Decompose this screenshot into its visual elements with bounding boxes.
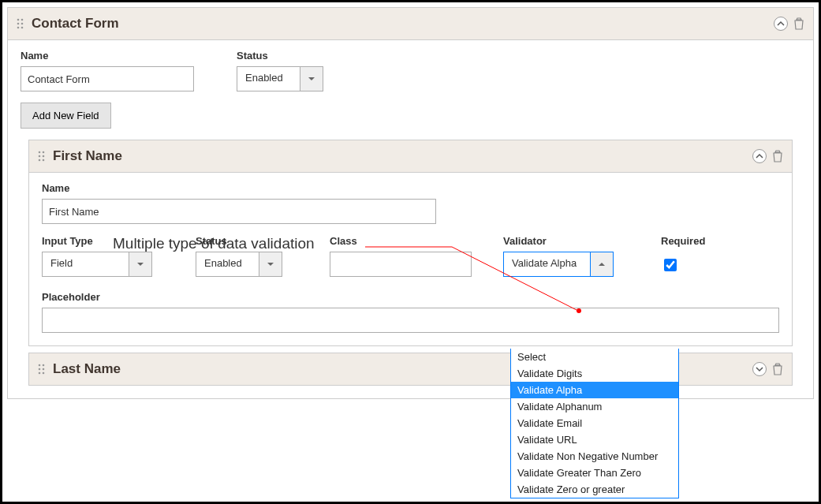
svg-point-1 bbox=[21, 19, 24, 21]
status-select[interactable]: Enabled bbox=[237, 66, 347, 91]
input-type-select[interactable]: Field bbox=[42, 252, 164, 277]
field-name-input[interactable] bbox=[42, 199, 436, 224]
panel-title: Contact Form bbox=[32, 16, 774, 32]
required-label: Required bbox=[661, 235, 724, 247]
validator-option[interactable]: Validate Email bbox=[511, 415, 678, 431]
validator-option[interactable]: Validate Alpha bbox=[511, 382, 678, 398]
validator-option[interactable]: Validate Greater Than Zero bbox=[511, 465, 678, 481]
svg-point-6 bbox=[39, 151, 41, 154]
class-label: Class bbox=[330, 235, 472, 247]
panel-header: First Name bbox=[29, 140, 792, 173]
chevron-down-icon[interactable] bbox=[259, 252, 282, 277]
panel-contact-form: Contact Form Name Status Enabl bbox=[7, 7, 814, 399]
validator-option[interactable]: Select bbox=[511, 349, 678, 365]
svg-point-5 bbox=[21, 27, 24, 29]
trash-icon[interactable] bbox=[771, 149, 784, 163]
svg-point-17 bbox=[43, 372, 45, 375]
svg-point-4 bbox=[17, 27, 20, 29]
chevron-up-icon[interactable] bbox=[590, 252, 614, 277]
validator-select[interactable]: Validate Alpha bbox=[503, 252, 629, 277]
status-label: Status bbox=[196, 235, 298, 247]
panel-body: Name Input Type Field bbox=[29, 173, 792, 345]
svg-point-8 bbox=[39, 155, 41, 158]
validator-option[interactable]: Validate Alphanum bbox=[511, 398, 678, 415]
expand-icon[interactable] bbox=[752, 362, 767, 376]
placeholder-input[interactable] bbox=[42, 308, 779, 333]
panel-title: First Name bbox=[53, 148, 752, 164]
chevron-down-icon[interactable] bbox=[129, 252, 152, 277]
panel-first-name: First Name Name bbox=[28, 140, 793, 346]
trash-icon[interactable] bbox=[793, 17, 805, 31]
svg-point-14 bbox=[39, 368, 41, 371]
status-value: Enabled bbox=[237, 66, 300, 91]
add-new-field-button[interactable]: Add New Field bbox=[21, 103, 111, 129]
svg-point-3 bbox=[21, 23, 24, 25]
validator-option[interactable]: Validate Non Negative Number bbox=[511, 448, 678, 465]
svg-point-11 bbox=[43, 159, 45, 162]
input-type-value: Field bbox=[42, 252, 129, 277]
validator-option[interactable]: Validate Zero or greater bbox=[511, 481, 678, 498]
name-input[interactable] bbox=[21, 66, 194, 91]
drag-handle-icon[interactable] bbox=[37, 151, 47, 162]
name-label: Name bbox=[21, 50, 194, 62]
name-label: Name bbox=[42, 182, 436, 194]
status-value: Enabled bbox=[196, 252, 259, 277]
field-status-select[interactable]: Enabled bbox=[196, 252, 298, 277]
trash-icon[interactable] bbox=[771, 362, 784, 376]
svg-point-16 bbox=[39, 372, 41, 375]
drag-handle-icon[interactable] bbox=[37, 364, 47, 375]
collapse-icon[interactable] bbox=[774, 17, 788, 31]
drag-handle-icon[interactable] bbox=[16, 18, 25, 29]
status-label: Status bbox=[237, 50, 347, 62]
validator-label: Validator bbox=[503, 235, 629, 247]
svg-point-0 bbox=[17, 19, 20, 21]
collapse-icon[interactable] bbox=[752, 149, 767, 163]
annotation-dot-icon bbox=[577, 308, 581, 313]
input-type-label: Input Type bbox=[42, 235, 164, 247]
class-input[interactable] bbox=[330, 252, 472, 277]
svg-point-13 bbox=[43, 364, 45, 367]
validator-value: Validate Alpha bbox=[503, 252, 590, 277]
svg-point-2 bbox=[17, 23, 20, 25]
validator-dropdown[interactable]: SelectValidate DigitsValidate AlphaValid… bbox=[510, 349, 679, 498]
panel-body: Name Status Enabled Add New Field bbox=[8, 40, 813, 398]
required-checkbox[interactable] bbox=[664, 259, 677, 271]
placeholder-label: Placeholder bbox=[42, 291, 779, 303]
svg-point-10 bbox=[39, 159, 41, 162]
panel-header: Contact Form bbox=[8, 8, 813, 40]
svg-point-9 bbox=[43, 155, 45, 158]
svg-point-15 bbox=[43, 368, 45, 371]
svg-point-12 bbox=[39, 364, 41, 367]
svg-point-7 bbox=[43, 151, 45, 154]
chevron-down-icon[interactable] bbox=[300, 66, 323, 91]
validator-option[interactable]: Validate Digits bbox=[511, 365, 678, 382]
validator-option[interactable]: Validate URL bbox=[511, 431, 678, 448]
